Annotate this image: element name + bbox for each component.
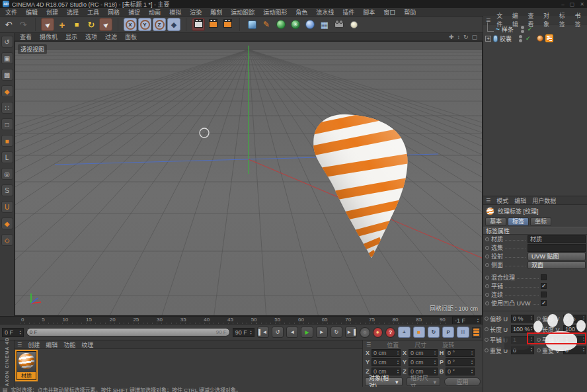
enabled-check-icon[interactable]: ✓ [526, 35, 531, 42]
horn-object[interactable] [309, 112, 412, 260]
size-x-field[interactable]: 0 cm▴▾ [409, 349, 438, 357]
undo-button[interactable]: ↶ [2, 18, 15, 31]
move-tool[interactable]: + [56, 18, 69, 31]
mode-tool-button[interactable]: ▣ [1, 52, 13, 64]
mode-tool-button[interactable]: ◎ [1, 168, 13, 180]
scale-tool[interactable]: ■ [70, 18, 83, 31]
tab-coordinates[interactable]: 坐标 [530, 217, 551, 226]
autokey-button[interactable]: ● [373, 327, 383, 338]
key-pla-toggle[interactable]: ∷ [457, 327, 469, 338]
viewport-menu-item[interactable]: 面板 [125, 32, 137, 41]
render-settings-button[interactable] [221, 18, 234, 31]
menu-bar-item[interactable]: 角色 [295, 8, 307, 17]
menu-bar-item[interactable]: 脚本 [363, 8, 375, 17]
menu-bar-item[interactable]: 渲染 [190, 8, 202, 17]
spinner-icon[interactable]: ▴▾ [397, 360, 399, 365]
mode-tool-button[interactable]: ◇ [1, 234, 13, 246]
menu-bar-item[interactable]: 运动图形 [263, 8, 287, 17]
spinner-icon[interactable]: ▴▾ [471, 369, 473, 374]
menu-bar-item[interactable]: 雕刻 [210, 8, 222, 17]
material-thumbnail[interactable]: 材质 [17, 351, 36, 380]
key-position-toggle[interactable]: + [398, 327, 410, 338]
enabled-check-icon[interactable]: ✓ [528, 26, 533, 32]
redo-button[interactable]: ↷ [17, 18, 30, 31]
key-rotation-toggle[interactable]: ↻ [428, 327, 440, 338]
rotation-b-field[interactable]: 0 °▴▾ [446, 368, 475, 375]
anim-dot-icon[interactable] [485, 263, 489, 267]
viewport-nav-icon[interactable]: ✚ [449, 34, 454, 40]
go-to-end-button[interactable]: ►▐ [345, 327, 357, 338]
environment-button[interactable] [303, 18, 317, 31]
menu-bar-item[interactable]: 帮助 [404, 8, 416, 17]
attribute-menu-item[interactable]: 用户数据 [532, 196, 556, 205]
coordinate-system-button[interactable]: ◆ [167, 18, 180, 31]
anim-dot-icon[interactable] [485, 255, 489, 258]
side-dropdown[interactable]: 双面 [528, 261, 586, 269]
expand-icon[interactable]: + [485, 36, 491, 42]
size-y-field[interactable]: 0 cm▴▾ [409, 358, 438, 366]
keyframe-selection-button[interactable]: ? [385, 327, 395, 338]
mode-tool-button[interactable]: ∷ [1, 102, 13, 114]
minimize-button[interactable]: – [561, 1, 564, 7]
object-row-capsule[interactable]: + 胶囊 ✓ [483, 34, 587, 43]
apply-button[interactable]: 应用 [444, 377, 481, 386]
play-button[interactable]: ► [301, 327, 313, 338]
size-mode-dropdown[interactable]: 相对尺寸▾ [407, 377, 440, 386]
menu-bar-item[interactable]: 流水线 [316, 8, 334, 17]
offset-u-field[interactable]: 0 %▴▾ [511, 315, 534, 323]
close-button[interactable]: ✕ [580, 1, 584, 7]
menu-bar-item[interactable]: 模拟 [169, 8, 181, 17]
subdivision-surface-button[interactable] [274, 18, 288, 31]
viewport-menu-item[interactable]: 查看 [20, 32, 32, 41]
anim-dot-icon[interactable] [485, 338, 489, 342]
object-manager-menu-item[interactable]: 标签 [559, 11, 569, 28]
current-frame-field[interactable]: 0 F ▴▾ [2, 328, 24, 337]
spinner-icon[interactable]: ▴▾ [397, 369, 399, 374]
anim-dot-icon[interactable] [485, 348, 489, 352]
primitive-cube-button[interactable] [245, 18, 258, 31]
menu-bar-item[interactable]: 选择 [67, 8, 79, 17]
viewport-menu-item[interactable]: 摄像机 [40, 32, 58, 41]
floor-button[interactable]: ▦ [318, 18, 331, 31]
material-menu-item[interactable]: 功能 [63, 340, 75, 349]
render-view-button[interactable] [192, 18, 205, 31]
hamburger-icon[interactable]: ☰ [17, 342, 22, 348]
rotation-h-field[interactable]: 0 °▴▾ [446, 349, 475, 357]
position-y-field[interactable]: 0 cm▴▾ [372, 358, 401, 366]
mode-tool-button[interactable]: L [1, 151, 13, 163]
menu-bar-item[interactable]: 捕捉 [128, 8, 140, 17]
spinner-icon[interactable]: ▴▾ [471, 360, 473, 365]
position-x-field[interactable]: 0 cm▴▾ [372, 349, 401, 357]
anim-dot-icon[interactable] [485, 276, 489, 280]
light-button[interactable] [347, 18, 360, 31]
spinner-icon[interactable]: ▴▾ [477, 318, 479, 323]
anim-dot-icon[interactable] [485, 293, 489, 297]
use-bump-uvw-checkbox[interactable]: ✓ [541, 300, 547, 306]
phong-tag-icon[interactable] [537, 35, 543, 42]
last-tool-button[interactable]: ► [99, 18, 112, 31]
material-field[interactable]: 材质 [528, 235, 586, 243]
menu-bar-item[interactable]: 工具 [87, 8, 99, 17]
viewport-menu-item[interactable]: 选项 [85, 32, 97, 41]
object-manager-menu-item[interactable]: 书签 [574, 11, 584, 28]
menu-bar-item[interactable]: 文件 [5, 8, 17, 17]
viewport-nav-icon[interactable]: ▢ [471, 34, 477, 40]
mode-tool-button[interactable]: ◆ [1, 85, 13, 97]
mix-textures-checkbox[interactable] [541, 274, 547, 280]
spinner-icon[interactable]: ▴▾ [531, 326, 532, 333]
spinner-icon[interactable]: ▴▾ [20, 330, 21, 335]
object-manager-menu-item[interactable]: 对象 [543, 11, 553, 28]
anim-dot-icon[interactable] [485, 301, 489, 305]
menu-bar-item[interactable]: 创建 [46, 8, 58, 17]
spinner-icon[interactable]: ▴▾ [531, 347, 532, 354]
spinner-icon[interactable]: ▴▾ [251, 330, 252, 335]
spinner-icon[interactable]: ▴▾ [531, 315, 532, 322]
object-name[interactable]: 样条 [502, 25, 514, 34]
material-menu-item[interactable]: 创建 [28, 340, 40, 349]
timeline-range-slider[interactable]: 0 F 90 F [26, 328, 230, 336]
anim-dot-icon[interactable] [485, 327, 489, 331]
tab-basic[interactable]: 基本 [485, 217, 506, 226]
lock-z-axis-button[interactable]: Z [153, 18, 166, 31]
next-key-button[interactable]: ↻ [331, 327, 342, 338]
spinner-icon[interactable]: ▴▾ [397, 350, 399, 356]
